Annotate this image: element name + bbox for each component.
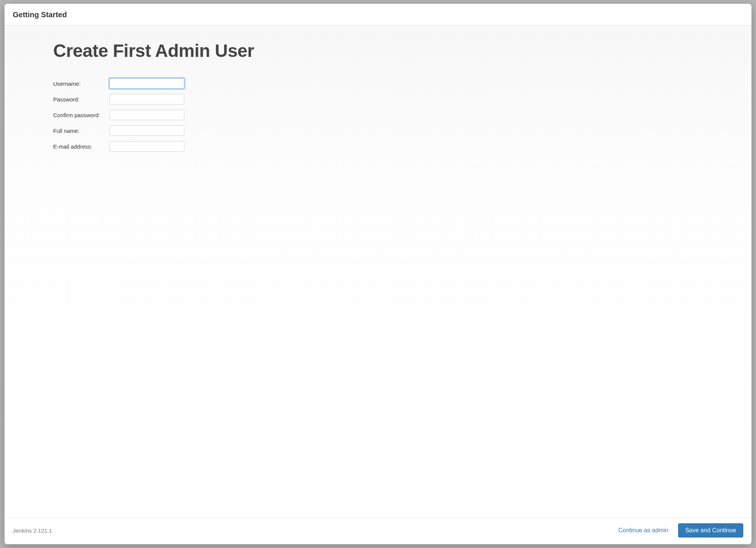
continue-as-admin-button[interactable]: Continue as admin (617, 524, 669, 537)
username-label: Username: (53, 78, 109, 89)
confirm-password-input[interactable] (109, 110, 184, 120)
confirm-password-label: Confirm password: (53, 110, 109, 120)
version-text: Jenkins 2.121.1 (13, 527, 52, 534)
password-input[interactable] (109, 94, 184, 104)
header-title: Getting Started (13, 10, 743, 19)
footer-actions: Continue as admin Save and Continue (617, 523, 743, 538)
modal-footer: Jenkins 2.121.1 Continue as admin Save a… (4, 518, 752, 544)
form-row-password: Password: (53, 94, 184, 104)
fullname-label: Full name: (53, 125, 109, 136)
save-and-continue-button[interactable]: Save and Continue (678, 523, 743, 538)
modal-header: Getting Started (4, 4, 752, 25)
email-label: E-mail address: (53, 141, 109, 152)
page-title: Create First Admin User (53, 40, 428, 61)
form-row-username: Username: (53, 78, 184, 89)
admin-user-form: Username: Password: Confirm password: (53, 73, 184, 157)
form-row-fullname: Full name: (53, 125, 184, 136)
fullname-input[interactable] (109, 125, 184, 136)
email-input[interactable] (109, 141, 184, 152)
password-label: Password: (53, 94, 109, 104)
content-wrapper: Create First Admin User Username: Passwo… (53, 40, 428, 157)
form-row-email: E-mail address: (53, 141, 184, 152)
form-row-confirm-password: Confirm password: (53, 110, 184, 120)
setup-wizard-modal: Getting Started Create First Admin User … (4, 4, 752, 544)
modal-body: Create First Admin User Username: Passwo… (4, 25, 752, 518)
username-input[interactable] (109, 78, 184, 89)
